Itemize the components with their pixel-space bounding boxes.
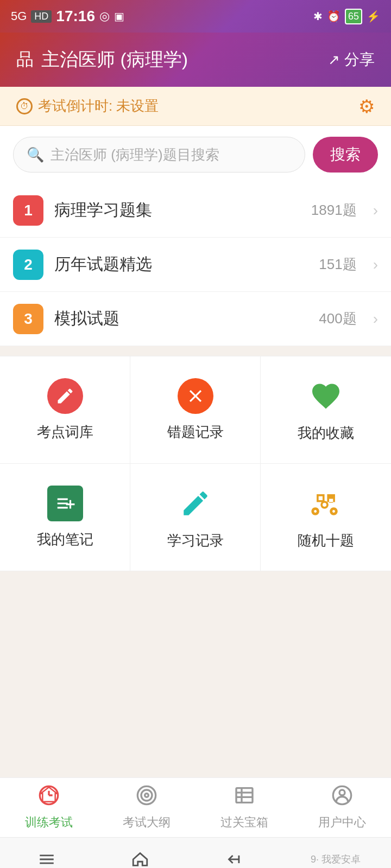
- list-count-2: 151题: [319, 255, 356, 274]
- nav-item-user[interactable]: 用户中心: [293, 779, 391, 836]
- nav-label-train: 训练考试: [25, 814, 73, 831]
- home-button[interactable]: [124, 843, 156, 869]
- grid-item-suiji[interactable]: 随机十题: [261, 464, 391, 571]
- grid-item-cuoti[interactable]: 错题记录: [130, 356, 261, 464]
- menu-button[interactable]: [30, 843, 63, 869]
- hd-badge: HD: [31, 10, 52, 23]
- watermark-text: 9· 我爱安卓: [311, 853, 361, 866]
- app-logo-icon: 品: [16, 48, 34, 72]
- grid-item-kaodian[interactable]: 考点词库: [0, 356, 130, 464]
- search-box[interactable]: 🔍 主治医师 (病理学)题目搜索: [13, 137, 305, 173]
- list-label-3: 模拟试题: [54, 308, 308, 330]
- nav-label-user: 用户中心: [318, 814, 366, 831]
- question-list-section: 1 病理学习题集 1891题 › 2 历年试题精选 151题 › 3 模拟试题 …: [0, 183, 391, 346]
- list-item-history[interactable]: 2 历年试题精选 151题 ›: [0, 238, 391, 292]
- grid-label-cuoti: 错题记录: [167, 423, 224, 442]
- lightning-icon: ⚡: [367, 10, 380, 23]
- countdown-left: ⏱ 考试倒计时: 未设置: [16, 97, 159, 116]
- clock-status-icon: ⏰: [327, 10, 340, 23]
- grid-label-biji: 我的笔记: [37, 530, 93, 549]
- nav-label-treasure: 过关宝箱: [220, 814, 268, 831]
- countdown-label: 考试倒计时: 未设置: [38, 97, 159, 116]
- system-nav-bar: 9· 我爱安卓: [0, 837, 391, 868]
- list-item-mock[interactable]: 3 模拟试题 400题 ›: [0, 292, 391, 346]
- svg-point-3: [141, 790, 152, 801]
- search-icon: 🔍: [27, 146, 44, 163]
- target-icon: [136, 784, 157, 811]
- bottom-navigation: 训练考试 考试大纲 过关宝箱: [0, 777, 391, 837]
- user-circle-icon: [331, 784, 353, 811]
- feature-grid: 考点词库 错题记录 我的收藏 我的笔记 学习记录: [0, 356, 391, 571]
- status-bar: 5G HD 17:16 ◎ ▣ ✱ ⏰ 65 ⚡: [0, 0, 391, 33]
- share-label: 分享: [344, 49, 375, 70]
- notes-icon: [47, 486, 83, 521]
- heart-icon: [307, 377, 345, 415]
- nav-item-train[interactable]: 训练考试: [0, 779, 98, 836]
- chevron-right-icon-1: ›: [373, 202, 378, 219]
- page-header: 品 主治医师 (病理学) ↗ 分享: [0, 33, 391, 87]
- grid-label-xuexi: 学习记录: [167, 531, 224, 550]
- search-button[interactable]: 搜索: [313, 137, 378, 173]
- svg-point-10: [339, 790, 345, 795]
- book-icon: [234, 784, 255, 811]
- x-circle-icon: [178, 378, 213, 414]
- countdown-clock-icon: ⏱: [16, 98, 33, 114]
- battery-indicator: 65: [345, 9, 362, 24]
- compass-icon: ◎: [99, 9, 110, 23]
- list-count-1: 1891题: [311, 201, 357, 220]
- list-item-pathology[interactable]: 1 病理学习题集 1891题 ›: [0, 183, 391, 238]
- header-title-area: 品 主治医师 (病理学): [16, 47, 188, 72]
- nav-item-treasure[interactable]: 过关宝箱: [195, 779, 293, 836]
- content-area: [0, 571, 391, 777]
- svg-point-4: [145, 794, 149, 797]
- pencil-icon: [47, 378, 83, 414]
- pen-icon: [176, 484, 215, 522]
- grid-item-biji[interactable]: 我的笔记: [0, 464, 130, 571]
- list-count-3: 400题: [319, 309, 356, 328]
- grid-label-shoucang: 我的收藏: [298, 424, 354, 443]
- status-left: 5G HD 17:16 ◎ ▣: [11, 8, 124, 25]
- grid-label-suiji: 随机十题: [298, 531, 354, 550]
- page-title: 主治医师 (病理学): [41, 47, 188, 72]
- status-right: ✱ ⏰ 65 ⚡: [313, 9, 380, 24]
- grid-item-shoucang[interactable]: 我的收藏: [261, 356, 391, 464]
- back-button[interactable]: [217, 843, 250, 869]
- binoculars-icon: [307, 484, 345, 522]
- search-area: 🔍 主治医师 (病理学)题目搜索 搜索: [0, 126, 391, 183]
- countdown-bar: ⏱ 考试倒计时: 未设置 ⚙: [0, 87, 391, 126]
- svg-rect-5: [236, 788, 253, 803]
- list-num-2: 2: [13, 250, 43, 280]
- chevron-right-icon-2: ›: [373, 256, 378, 273]
- media-icon: ▣: [114, 10, 124, 23]
- share-button[interactable]: ↗ 分享: [328, 49, 375, 70]
- search-input-placeholder: 主治医师 (病理学)题目搜索: [51, 145, 219, 164]
- home-circle-icon: [38, 784, 60, 811]
- grid-label-kaodian: 考点词库: [37, 423, 93, 442]
- share-icon: ↗: [328, 52, 340, 68]
- chevron-right-icon-3: ›: [373, 310, 378, 328]
- time-display: 17:16: [56, 8, 95, 25]
- list-num-3: 3: [13, 304, 43, 334]
- grid-item-xuexi[interactable]: 学习记录: [130, 464, 261, 571]
- nav-item-outline[interactable]: 考试大纲: [98, 779, 195, 836]
- list-label-2: 历年试题精选: [54, 253, 308, 276]
- list-num-1: 1: [13, 195, 43, 226]
- nav-label-outline: 考试大纲: [123, 814, 171, 831]
- bluetooth-icon: ✱: [313, 10, 323, 23]
- settings-gear-icon[interactable]: ⚙: [358, 95, 375, 117]
- list-label-1: 病理学习题集: [54, 199, 300, 221]
- signal-icon: 5G: [11, 9, 27, 23]
